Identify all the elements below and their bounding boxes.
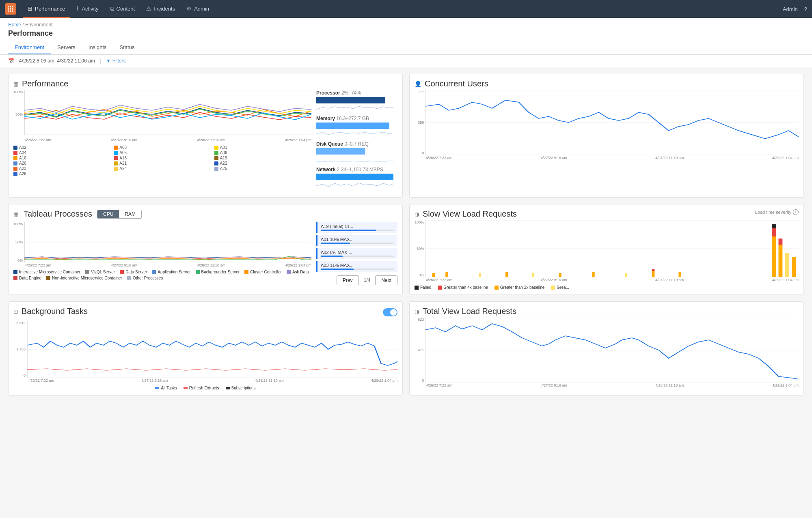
page-title: Performance xyxy=(8,29,804,38)
svg-rect-0 xyxy=(8,6,9,7)
background-tasks-toggle[interactable] xyxy=(383,308,397,316)
help-icon[interactable]: ? xyxy=(804,6,807,12)
concurrent-users-card: 👤 Concurrent Users 777 389 0 4/26/22 7:2… xyxy=(409,74,804,198)
svg-rect-34 xyxy=(652,269,655,271)
legend-item: A24 xyxy=(114,166,211,171)
legend-item: A25 xyxy=(214,166,311,171)
svg-rect-4 xyxy=(10,9,11,10)
tableau-processes-icon: ▦ xyxy=(13,211,19,217)
performance-card-icon: ▦ xyxy=(13,81,19,87)
cpu-ram-toggle[interactable]: CPU RAM xyxy=(97,210,142,219)
performance-card: ▦ Performance 100% 50% xyxy=(8,74,403,198)
svg-rect-2 xyxy=(12,6,13,7)
performance-legend: A02 A03 A01 A04 A05 A06 A10 A18 A19 A20 … xyxy=(13,145,311,176)
process-legend: Interactive Microservice Container VizQL… xyxy=(13,270,311,280)
svg-rect-41 xyxy=(785,253,789,277)
tableau-chart-svg xyxy=(24,222,311,262)
tab-servers[interactable]: Servers xyxy=(51,41,82,54)
ram-button[interactable]: RAM xyxy=(119,210,141,218)
bg-tasks-icon: ⊡ xyxy=(13,308,18,315)
total-view-icon: ◑ xyxy=(415,308,419,315)
nav-item-incidents[interactable]: ⚠ Incidents xyxy=(141,0,180,18)
svg-rect-3 xyxy=(8,9,9,10)
background-tasks-card: ⊡ Background Tasks 3,512 1,756 0 xyxy=(8,301,403,395)
performance-nav-icon: ⊞ xyxy=(28,5,32,12)
nav-item-admin[interactable]: ⚙ Admin xyxy=(181,0,214,18)
processor-metric: Processor 2%–74% xyxy=(316,90,397,112)
svg-rect-1 xyxy=(10,6,11,7)
cpu-button[interactable]: CPU xyxy=(97,210,119,218)
svg-rect-30 xyxy=(559,273,561,277)
svg-rect-38 xyxy=(772,224,776,228)
filter-divider: | xyxy=(100,58,101,64)
list-item: A19 (Initial) 11... xyxy=(316,222,397,233)
prev-button[interactable]: Prev xyxy=(337,275,359,285)
slow-view-header: ◑ Slow View Load Requests Load time seve… xyxy=(415,209,799,220)
legend-item: A05 xyxy=(114,150,211,155)
svg-rect-26 xyxy=(446,272,449,277)
nav-item-content[interactable]: ⧉ Content xyxy=(105,0,140,18)
page-header: Home / Environment Performance Environme… xyxy=(0,18,812,55)
tab-environment[interactable]: Environment xyxy=(8,41,51,54)
list-item: A01 10% MAX... xyxy=(316,235,397,246)
breadcrumb-home[interactable]: Home xyxy=(8,22,21,28)
memory-metric: Memory 16.3–272.7 GB xyxy=(316,116,397,137)
date-range[interactable]: 4/26/22 8:06 am–4/30/22 11:06 am xyxy=(19,58,95,64)
slow-view-icon: ◑ xyxy=(415,211,419,217)
svg-rect-8 xyxy=(12,11,13,12)
info-icon[interactable]: i xyxy=(793,209,799,215)
tab-status[interactable]: Status xyxy=(113,41,141,54)
tableau-processes-card: ▦ Tableau Processes CPU RAM 100% 50% 0% xyxy=(8,204,403,295)
nav-item-activity[interactable]: ⌇ Activity xyxy=(71,0,103,18)
breadcrumb-section: Environment xyxy=(25,22,52,28)
admin-user-label[interactable]: Admin xyxy=(783,6,798,12)
slow-view-load-card: ◑ Slow View Load Requests Load time seve… xyxy=(409,204,804,295)
performance-metrics-side: Processor 2%–74% Memory 16.3–272.7 GB Di… xyxy=(316,90,397,192)
nav-item-performance[interactable]: ⊞ Performance xyxy=(23,0,70,18)
admin-nav-icon: ⚙ xyxy=(186,5,192,12)
tableau-processes-chart: 100% 50% 0% xyxy=(13,222,311,285)
nav-right: Admin ? xyxy=(783,6,807,12)
slow-view-svg xyxy=(425,220,799,277)
nav-items: ⊞ Performance ⌇ Activity ⧉ Content ⚠ Inc… xyxy=(23,0,783,18)
legend-item: A18 xyxy=(114,156,211,160)
tab-insights[interactable]: Insights xyxy=(82,41,113,54)
svg-rect-42 xyxy=(792,257,796,277)
concurrent-svg xyxy=(425,90,799,155)
slow-view-legend: Failed Greater than 4x baseline Greater … xyxy=(415,285,799,290)
next-button[interactable]: Next xyxy=(375,275,397,285)
disk-metric: Disk Queue 0–0.7 REQ xyxy=(316,141,397,163)
bg-tasks-legend: All Tasks Refresh Extracts Subscriptions xyxy=(13,386,397,390)
svg-rect-27 xyxy=(479,273,481,277)
list-item: A03 11% MAX... xyxy=(316,261,397,272)
list-item: A02 8% MAX ... xyxy=(316,248,397,259)
total-view-load-card: ◑ Total View Load Requests 822 411 0 4/2… xyxy=(409,301,804,395)
filters-button[interactable]: ▼ Filters xyxy=(106,58,126,64)
performance-svg xyxy=(24,90,311,135)
svg-rect-35 xyxy=(679,272,682,277)
svg-rect-37 xyxy=(772,228,776,236)
svg-rect-5 xyxy=(12,9,13,10)
pagination-info: 1/4 xyxy=(364,277,371,283)
legend-item: A23 xyxy=(13,166,110,171)
svg-rect-28 xyxy=(505,272,508,277)
content-nav-icon: ⧉ xyxy=(110,5,114,12)
breadcrumb: Home / Environment xyxy=(8,22,804,28)
activity-nav-icon: ⌇ xyxy=(76,5,79,12)
svg-rect-25 xyxy=(432,273,435,277)
legend-item: A06 xyxy=(214,150,311,155)
legend-item: A20 xyxy=(13,161,110,166)
svg-rect-29 xyxy=(532,273,534,277)
performance-inner: 100% 50% xyxy=(13,90,397,192)
legend-item: A26 xyxy=(13,172,110,176)
legend-item: A21 xyxy=(114,161,211,166)
legend-item: A02 xyxy=(13,145,110,150)
incidents-nav-icon: ⚠ xyxy=(146,5,151,12)
svg-rect-33 xyxy=(652,271,655,277)
svg-rect-40 xyxy=(779,239,783,245)
load-severity: Load time severity i xyxy=(755,209,799,215)
calendar-icon: 📅 xyxy=(8,58,14,64)
network-metric: Network 2.34–1,150.73 MBPS xyxy=(316,167,397,188)
legend-item: A22 xyxy=(214,161,311,166)
svg-rect-39 xyxy=(779,245,783,277)
